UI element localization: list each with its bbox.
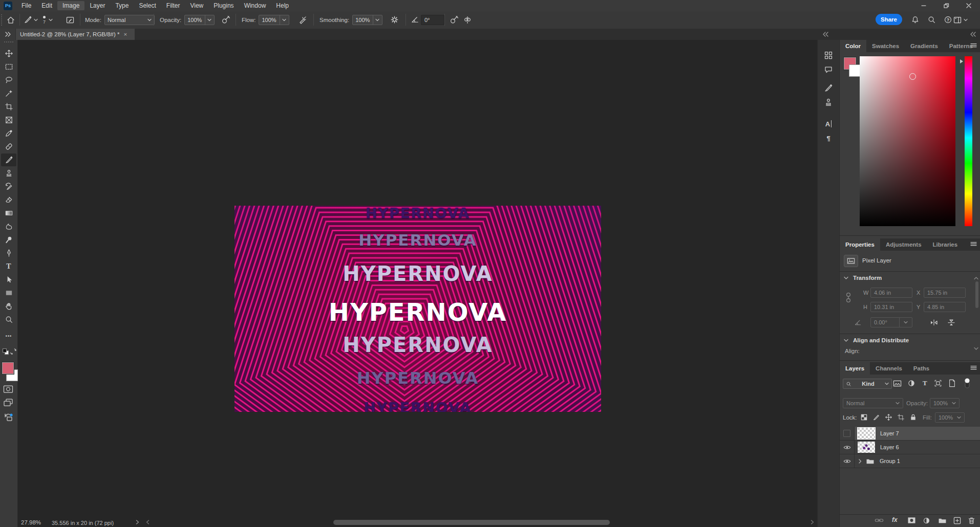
- group-expand-icon[interactable]: [859, 459, 862, 464]
- lock-image-pixels-icon[interactable]: [872, 413, 880, 421]
- workspace-switcher-icon[interactable]: [953, 11, 968, 28]
- history-icon[interactable]: [821, 49, 836, 61]
- gradient-tool[interactable]: [1, 207, 16, 219]
- flow-select[interactable]: 100%: [259, 15, 289, 25]
- tab-properties[interactable]: Properties: [840, 238, 880, 251]
- saturation-brightness-field[interactable]: [860, 56, 955, 226]
- paint-symmetry-icon[interactable]: [463, 11, 472, 28]
- screen-mode-icon[interactable]: [3, 398, 13, 407]
- brush-tool[interactable]: [1, 153, 16, 166]
- home-icon[interactable]: [6, 11, 15, 28]
- tab-close-icon[interactable]: ×: [123, 31, 127, 37]
- layer-row-layer-7[interactable]: Layer 7: [840, 427, 980, 441]
- menu-edit[interactable]: Edit: [36, 1, 57, 10]
- move-tool[interactable]: [1, 47, 16, 60]
- minimize-icon[interactable]: [912, 0, 935, 11]
- y-field[interactable]: 4.85 in: [924, 302, 966, 312]
- link-dimensions-icon[interactable]: [846, 292, 851, 305]
- opacity-select[interactable]: 100%: [184, 15, 215, 25]
- layer-thumbnail[interactable]: [858, 428, 875, 439]
- smudge-tool[interactable]: [1, 220, 16, 233]
- search-icon[interactable]: [927, 11, 936, 28]
- filter-shape-layers-icon[interactable]: [934, 379, 942, 387]
- type-tool[interactable]: T: [1, 260, 16, 273]
- properties-scrollbar[interactable]: [975, 281, 978, 308]
- menu-plugins[interactable]: Plugins: [208, 1, 239, 10]
- filter-adjustment-layers-icon[interactable]: [907, 379, 915, 387]
- paragraph-panel-icon[interactable]: ¶: [821, 132, 836, 144]
- menu-type[interactable]: Type: [110, 1, 134, 10]
- menu-select[interactable]: Select: [134, 1, 161, 10]
- brush-angle-field[interactable]: 0°: [421, 15, 444, 25]
- smoothing-options-gear-icon[interactable]: [390, 11, 399, 28]
- panel-menu-icon[interactable]: [970, 365, 977, 370]
- menu-window[interactable]: Window: [239, 1, 271, 10]
- layer-row-layer-6[interactable]: Layer 6: [840, 441, 980, 454]
- marquee-tool[interactable]: [1, 60, 16, 73]
- foreground-color-swatch[interactable]: [2, 362, 14, 374]
- hue-slider[interactable]: [965, 56, 972, 226]
- dodge-tool[interactable]: [1, 233, 16, 246]
- menu-view[interactable]: View: [185, 1, 208, 10]
- spot-healing-brush-tool[interactable]: [1, 140, 16, 153]
- edit-toolbar-ellipsis-icon[interactable]: •••: [1, 330, 16, 342]
- tab-adjustments[interactable]: Adjustments: [880, 238, 927, 251]
- menu-layer[interactable]: Layer: [84, 1, 110, 10]
- status-options-arrow-icon[interactable]: [136, 520, 139, 524]
- lock-all-icon[interactable]: [909, 413, 917, 421]
- dock-collapse-icon[interactable]: [822, 32, 828, 37]
- tab-channels[interactable]: Channels: [870, 362, 908, 375]
- flip-vertical-icon[interactable]: [947, 319, 955, 326]
- filter-type-layers-icon[interactable]: T: [923, 379, 927, 387]
- scroll-right-arrow-icon[interactable]: [811, 520, 814, 524]
- tab-gradients[interactable]: Gradients: [905, 40, 944, 52]
- color-cursor[interactable]: [909, 73, 916, 80]
- new-layer-icon[interactable]: [953, 517, 961, 524]
- share-button[interactable]: Share: [876, 14, 902, 25]
- frame-tool[interactable]: [1, 114, 16, 126]
- chevron-down-icon[interactable]: [34, 18, 38, 21]
- hidden-layer-checkbox[interactable]: [843, 430, 850, 437]
- brush-size-preview[interactable]: 7: [43, 11, 53, 28]
- smoothing-select[interactable]: 100%: [352, 15, 382, 25]
- clone-stamp-tool[interactable]: [1, 167, 16, 180]
- zoom-tool[interactable]: [1, 313, 16, 326]
- new-group-icon[interactable]: [938, 517, 947, 524]
- menu-image[interactable]: Image: [57, 1, 84, 10]
- object-selection-tool[interactable]: [1, 87, 16, 100]
- filter-smart-objects-icon[interactable]: [948, 379, 956, 387]
- lock-position-icon[interactable]: [885, 413, 892, 421]
- layer-name[interactable]: Layer 7: [880, 430, 899, 436]
- layer-name[interactable]: Layer 6: [880, 444, 899, 450]
- delete-layer-icon[interactable]: [968, 517, 975, 524]
- toolbar-double-arrow-icon[interactable]: [0, 29, 15, 40]
- height-field[interactable]: 10.31 in: [870, 302, 912, 312]
- zoom-level-field[interactable]: 27.98%: [21, 519, 41, 525]
- filter-toggle-icon[interactable]: [964, 378, 971, 389]
- layer-opacity-field[interactable]: 100%: [930, 398, 960, 408]
- new-adjustment-layer-icon[interactable]: [923, 517, 930, 524]
- default-colors-icon[interactable]: [2, 348, 9, 355]
- scroll-up-icon[interactable]: [974, 276, 978, 280]
- tab-swatches[interactable]: Swatches: [866, 40, 905, 52]
- content-credentials-icon[interactable]: [3, 412, 13, 422]
- add-layer-mask-icon[interactable]: [907, 517, 916, 524]
- brush-settings-panel-icon[interactable]: [66, 11, 75, 28]
- lock-transparent-pixels-icon[interactable]: [860, 413, 868, 421]
- swap-colors-icon[interactable]: [10, 348, 16, 355]
- menu-help[interactable]: Help: [271, 1, 294, 10]
- layer-blend-mode-select[interactable]: Normal: [843, 398, 903, 408]
- layer-effects-icon[interactable]: fx: [892, 516, 898, 523]
- link-layers-icon[interactable]: [875, 517, 884, 523]
- rotation-dropdown-icon[interactable]: [899, 317, 912, 327]
- help-icon[interactable]: ?: [944, 11, 952, 28]
- layer-row-group-1[interactable]: Group 1: [840, 454, 980, 468]
- scroll-down-icon[interactable]: [974, 347, 978, 350]
- path-selection-tool[interactable]: [1, 273, 16, 286]
- hand-tool[interactable]: [1, 300, 16, 313]
- x-field[interactable]: 15.75 in: [924, 288, 966, 298]
- notifications-bell-icon[interactable]: [911, 11, 920, 28]
- width-field[interactable]: 4.06 in: [870, 288, 912, 298]
- character-panel-icon[interactable]: A: [821, 118, 836, 130]
- menu-file[interactable]: File: [16, 1, 36, 10]
